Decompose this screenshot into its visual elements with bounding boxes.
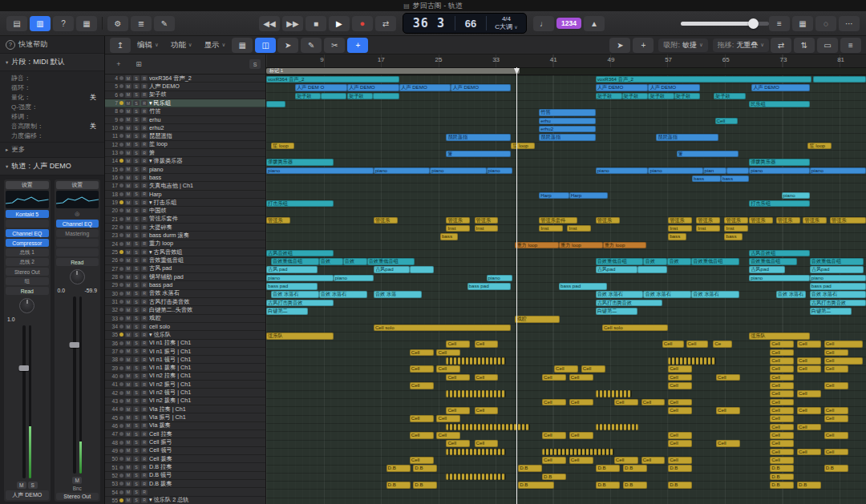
track-header-24[interactable]: 24MSR重力 loop <box>105 240 265 248</box>
track-onoff-dot[interactable] <box>119 250 123 254</box>
track-solo-button[interactable]: S <box>133 357 140 362</box>
region[interactable]: 打击乐组 <box>749 200 810 208</box>
region[interactable]: 古风pad <box>374 266 410 273</box>
region[interactable]: D.B <box>668 482 692 489</box>
track-header-54[interactable]: 54MSR <box>105 488 265 496</box>
track-mute-button[interactable]: M <box>125 75 132 81</box>
region[interactable]: Cell <box>770 440 794 447</box>
region[interactable]: Cell <box>824 415 848 422</box>
region[interactable]: 笙 loop <box>807 143 831 150</box>
track-record-button[interactable]: R <box>141 150 148 155</box>
track-onoff-dot[interactable] <box>119 292 123 296</box>
region[interactable]: 箫 <box>677 151 739 158</box>
region[interactable]: Cell <box>770 407 794 414</box>
track-record-button[interactable]: R <box>141 192 148 197</box>
track-mute-button[interactable]: M <box>125 282 132 288</box>
volume-fader[interactable] <box>73 296 76 474</box>
region[interactable]: D.B <box>797 482 821 489</box>
region[interactable]: 管弦乐 <box>696 217 720 224</box>
region[interactable]: piano <box>749 275 810 282</box>
track-onoff-dot[interactable] <box>119 349 123 353</box>
region-param[interactable]: 循环： <box>0 83 104 92</box>
track-solo-button[interactable]: S <box>133 224 140 230</box>
track-header-21[interactable]: 21MSR管弦乐套件 <box>105 216 265 224</box>
track-record-button[interactable]: R <box>141 390 148 396</box>
region[interactable]: piano <box>430 167 486 175</box>
track-record-button[interactable]: R <box>141 249 148 255</box>
region[interactable]: D.B <box>668 465 692 472</box>
track-record-button[interactable]: R <box>141 316 148 321</box>
region-more-row[interactable]: ▸ 更多 <box>0 143 104 158</box>
track-header-23[interactable]: 23MSRbass durm 滚奏 <box>105 232 265 240</box>
region[interactable]: Cell <box>569 374 593 381</box>
region[interactable]: bass <box>721 175 749 183</box>
track-header-45[interactable]: 45MSRVla 振弓 | Ch1 <box>105 413 265 421</box>
region[interactable]: Cell <box>668 407 692 414</box>
strip-slot-empty[interactable] <box>6 220 49 228</box>
region[interactable]: Cell <box>716 440 740 447</box>
track-mute-button[interactable]: M <box>125 291 132 296</box>
region[interactable]: Cell <box>716 374 740 381</box>
region[interactable]: Cell <box>824 449 848 456</box>
region[interactable]: Cell <box>542 432 566 439</box>
track-mute-button[interactable]: M <box>125 381 132 387</box>
track-mute-button[interactable]: M <box>125 481 132 486</box>
region[interactable] <box>668 357 716 365</box>
region[interactable]: D.B <box>413 465 437 472</box>
pencil-tool-icon[interactable]: ✎ <box>301 38 322 53</box>
region[interactable] <box>596 424 637 431</box>
track-header-28[interactable]: 28MSR钢琴辅助 pad <box>105 273 265 281</box>
track-onoff-dot[interactable] <box>119 183 123 187</box>
track-mute-button[interactable]: M <box>125 100 132 106</box>
track-solo-button[interactable]: S <box>133 291 140 296</box>
region[interactable]: 架子鼓 <box>347 93 373 100</box>
track-record-button[interactable]: R <box>141 291 148 296</box>
region[interactable]: Cell <box>824 407 848 414</box>
region[interactable]: 古风打击类音效 <box>596 300 663 307</box>
track-record-button[interactable]: R <box>141 341 148 346</box>
track-header-11[interactable]: 11MSR琵琶遥指 <box>105 132 265 140</box>
region[interactable]: piano <box>782 192 810 200</box>
track-header-18[interactable]: 18MSRHarp <box>105 191 265 199</box>
region[interactable]: 管弦乐 <box>475 217 499 224</box>
region[interactable]: 白键第二 <box>266 308 308 315</box>
region[interactable]: 琵琶遥指 <box>539 134 595 141</box>
track-mute-button[interactable]: M <box>125 257 132 263</box>
track-mute-button[interactable]: M <box>125 423 132 429</box>
track-solo-button[interactable]: S <box>133 282 140 288</box>
region[interactable]: Cell <box>770 415 794 422</box>
track-onoff-dot[interactable] <box>119 441 123 445</box>
menu-item-2[interactable]: 显示∨ <box>200 38 231 52</box>
track-onoff-dot[interactable] <box>119 325 123 329</box>
track-solo-button[interactable]: S <box>133 316 140 321</box>
track-mute-button[interactable]: M <box>125 274 132 280</box>
region[interactable]: D.B <box>770 482 794 489</box>
command-click-tool[interactable]: + <box>633 38 654 53</box>
region[interactable]: 音效 水落石 <box>596 291 644 298</box>
region[interactable]: 人声 DEMO <box>648 84 699 91</box>
track-header-39[interactable]: 39MSRVI n1 拨奏 | Ch1 <box>105 364 265 372</box>
track-header-29[interactable]: 29MSRbass pad <box>105 281 265 289</box>
region[interactable] <box>410 266 434 273</box>
region[interactable]: Cell <box>770 374 794 381</box>
region[interactable]: Inst <box>696 225 720 232</box>
region[interactable]: D.B <box>596 465 620 472</box>
track-solo-button[interactable]: S <box>133 332 140 337</box>
region[interactable]: Cell <box>668 399 692 406</box>
track-solo-button[interactable]: S <box>133 299 140 304</box>
region[interactable]: 音效重低音组 <box>810 258 864 265</box>
track-solo-button[interactable]: S <box>133 133 140 139</box>
track-onoff-dot[interactable] <box>119 217 123 221</box>
track-record-button[interactable]: R <box>141 373 148 379</box>
mute-button[interactable]: M <box>72 477 82 484</box>
track-header-12[interactable]: 12MSR笙 loop <box>105 141 265 149</box>
region[interactable]: Cell <box>770 449 794 456</box>
region[interactable] <box>266 101 285 108</box>
track-mute-button[interactable]: M <box>125 150 132 155</box>
region[interactable]: Cell <box>770 357 794 365</box>
track-onoff-dot[interactable] <box>119 126 123 130</box>
region[interactable]: piano <box>810 167 866 175</box>
track-onoff-dot[interactable] <box>119 267 123 271</box>
track-header-50[interactable]: 50MSRCell 拨奏 <box>105 455 265 463</box>
region[interactable]: D.B <box>824 465 848 472</box>
